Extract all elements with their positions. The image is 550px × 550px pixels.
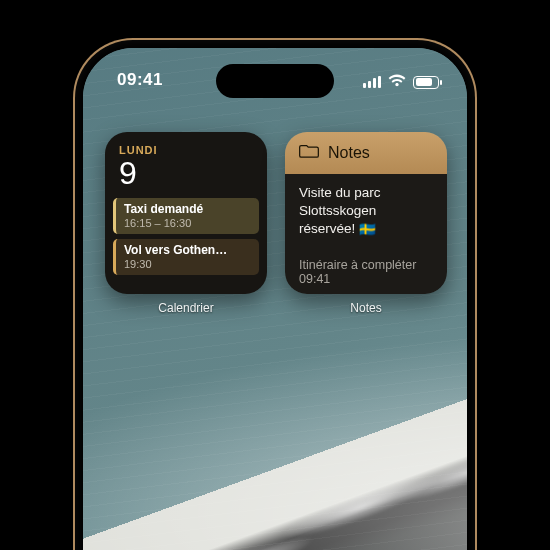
- notes-header-title: Notes: [328, 144, 370, 162]
- calendar-day-number: 9: [119, 157, 253, 189]
- note-subtext: Itinéraire à compléter: [299, 258, 433, 272]
- note-text: Visite du parc Slottsskogen réservée! 🇸🇪: [299, 184, 433, 237]
- cellular-signal-icon: [363, 76, 381, 88]
- folder-icon: [299, 144, 319, 162]
- event-title: Vol vers Gothen…: [124, 243, 251, 257]
- flag-emoji: 🇸🇪: [359, 221, 376, 239]
- calendar-event: Vol vers Gothen… 19:30: [113, 239, 259, 275]
- calendar-day-label: LUNDI: [119, 144, 253, 156]
- note-timestamp: 09:41: [299, 272, 433, 286]
- event-time: 19:30: [124, 258, 251, 270]
- calendar-widget[interactable]: LUNDI 9 Taxi demandé 16:15 – 16:30 Vol v…: [105, 132, 267, 294]
- calendar-event: Taxi demandé 16:15 – 16:30: [113, 198, 259, 234]
- wifi-icon: [388, 72, 406, 92]
- calendar-widget-label: Calendrier: [105, 301, 267, 315]
- battery-icon: [413, 76, 439, 89]
- phone-frame: 09:41 LUNDI 9: [75, 40, 475, 550]
- notes-widget[interactable]: Notes Visite du parc Slottsskogen réserv…: [285, 132, 447, 294]
- status-bar: 09:41: [83, 66, 467, 96]
- event-time: 16:15 – 16:30: [124, 217, 251, 229]
- event-title: Taxi demandé: [124, 202, 251, 216]
- phone-screen: 09:41 LUNDI 9: [83, 48, 467, 550]
- status-time: 09:41: [117, 70, 163, 90]
- notes-widget-label: Notes: [285, 301, 447, 315]
